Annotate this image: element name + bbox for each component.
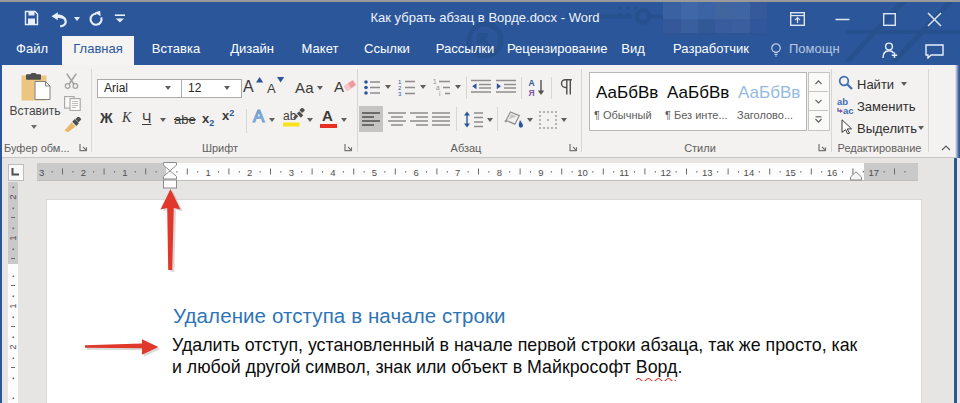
svg-text:1: 1 [8,303,18,308]
svg-text:5: 5 [372,167,377,178]
svg-text:2: 2 [247,167,252,178]
svg-text:6: 6 [413,167,418,178]
svg-text:4: 4 [330,167,335,178]
svg-text:3: 3 [39,167,44,178]
svg-text:А: А [529,78,535,88]
svg-text:9: 9 [538,167,543,178]
svg-text:i: i [439,90,440,97]
svg-text:3: 3 [289,167,294,178]
svg-text:12: 12 [660,167,671,178]
svg-text:16: 16 [827,167,838,178]
svg-text:7: 7 [455,167,460,178]
svg-text:2: 2 [8,344,18,349]
svg-text:13: 13 [702,167,713,178]
svg-text:11: 11 [619,167,629,178]
svg-text:10: 10 [577,167,588,178]
svg-text:2: 2 [8,194,18,199]
svg-text:1: 1 [8,235,18,240]
svg-text:17: 17 [868,167,879,178]
svg-text:8: 8 [497,167,502,178]
svg-text:15: 15 [785,167,796,178]
svg-text:Я: Я [529,88,535,98]
svg-text:3: 3 [398,91,402,97]
svg-text:1: 1 [205,167,210,178]
svg-text:2: 2 [81,167,86,178]
svg-text:1: 1 [122,167,127,178]
svg-text:ac: ac [843,105,854,115]
svg-text:14: 14 [744,167,755,178]
